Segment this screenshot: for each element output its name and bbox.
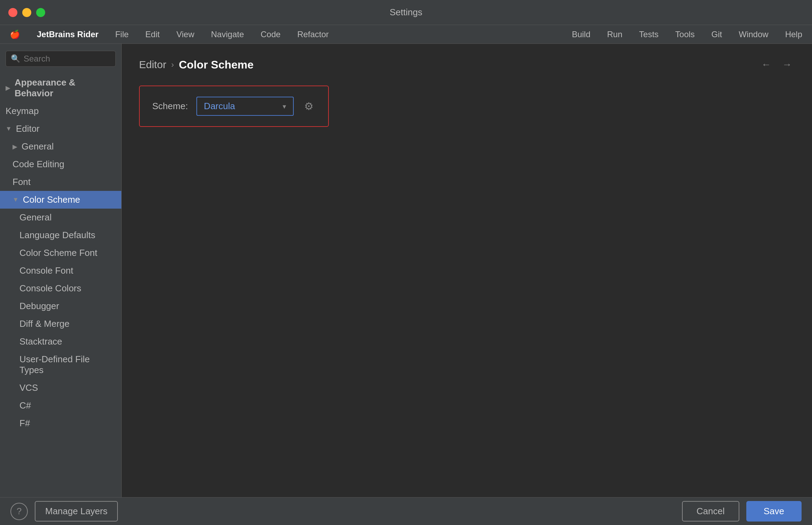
sidebar-item-font[interactable]: Font [0,173,121,191]
search-input[interactable] [24,54,111,64]
maximize-button[interactable] [36,8,45,17]
breadcrumb-separator: › [171,60,174,70]
window-title: Settings [390,7,422,18]
manage-layers-button[interactable]: Manage Layers [35,501,118,522]
sidebar: 🔍 ▶ Appearance & Behavior Keymap ▼ Edito… [0,44,122,497]
back-button[interactable]: ← [758,58,774,72]
refactor-menu[interactable]: Refactor [294,28,332,41]
save-button[interactable]: Save [746,501,802,522]
sidebar-item-console-colors[interactable]: Console Colors [0,280,121,297]
edit-menu[interactable]: Edit [143,28,162,41]
app-name-menu[interactable]: 🍎 [7,28,23,41]
file-menu[interactable]: File [112,28,131,41]
sidebar-item-label: C# [19,400,31,411]
sidebar-item-label: F# [19,418,30,429]
sidebar-item-label: Console Font [19,265,73,276]
collapse-arrow-icon: ▼ [6,125,12,132]
sidebar-item-csharp[interactable]: C# [0,397,121,414]
scheme-label: Scheme: [152,101,188,112]
scheme-dropdown[interactable]: Darcula ▾ [196,97,294,116]
scheme-settings-button[interactable]: ⚙ [302,98,316,114]
breadcrumb-navigation: ← → [758,58,795,72]
sidebar-item-label: Console Colors [19,283,81,294]
help-menu[interactable]: Help [782,28,805,41]
breadcrumb-current: Color Scheme [179,58,253,71]
sidebar-item-diff-merge[interactable]: Diff & Merge [0,315,121,333]
chevron-down-icon: ▾ [283,102,286,111]
sidebar-item-label: User-Defined File Types [19,354,116,375]
menubar: 🍎 JetBrains Rider File Edit View Navigat… [0,25,812,44]
sidebar-item-label: VCS [19,382,38,393]
view-menu[interactable]: View [173,28,197,41]
breadcrumb-parent[interactable]: Editor [139,59,166,71]
sidebar-item-color-scheme-font[interactable]: Color Scheme Font [0,244,121,262]
sidebar-item-language-defaults[interactable]: Language Defaults [0,226,121,244]
run-menu[interactable]: Run [604,28,625,41]
close-button[interactable] [8,8,17,17]
sidebar-item-label: Language Defaults [19,230,95,241]
sidebar-item-console-font[interactable]: Console Font [0,262,121,280]
tests-menu[interactable]: Tests [636,28,661,41]
sidebar-item-editor[interactable]: ▼ Editor [0,120,121,138]
window-menu[interactable]: Window [736,28,771,41]
minimize-button[interactable] [22,8,31,17]
sidebar-item-label: Keymap [6,106,39,116]
sidebar-item-label: Code Editing [13,159,64,170]
sidebar-item-label: Color Scheme Font [19,248,97,258]
sidebar-item-label: Font [13,177,31,187]
collapse-arrow-icon: ▼ [13,196,19,203]
main-container: 🔍 ▶ Appearance & Behavior Keymap ▼ Edito… [0,44,812,497]
sidebar-item-label: Stacktrace [19,336,62,347]
sidebar-item-keymap[interactable]: Keymap [0,102,121,120]
breadcrumb: Editor › Color Scheme ← → [139,58,795,72]
tools-menu[interactable]: Tools [673,28,698,41]
help-button[interactable]: ? [10,503,28,520]
titlebar: Settings [0,0,812,25]
sidebar-item-user-defined-file-types[interactable]: User-Defined File Types [0,350,121,379]
search-icon: 🔍 [11,54,20,63]
navigate-menu[interactable]: Navigate [208,28,247,41]
expand-arrow-icon: ▶ [13,143,17,151]
expand-arrow-icon: ▶ [6,84,10,92]
scheme-value: Darcula [204,101,277,112]
sidebar-item-label: General [22,141,54,152]
sidebar-item-label: Editor [16,123,40,134]
sidebar-item-label: Appearance & Behavior [15,77,116,99]
traffic-lights [8,8,45,17]
code-menu[interactable]: Code [258,28,283,41]
forward-button[interactable]: → [779,58,795,72]
sidebar-item-color-scheme[interactable]: ▼ Color Scheme [0,191,121,209]
content-area: Editor › Color Scheme ← → Scheme: Darcul… [122,44,812,497]
sidebar-item-label: Debugger [19,301,59,312]
sidebar-item-appearance-behavior[interactable]: ▶ Appearance & Behavior [0,74,121,102]
search-bar: 🔍 [6,51,116,67]
sidebar-item-stacktrace[interactable]: Stacktrace [0,333,121,350]
footer: ? Manage Layers Cancel Save [0,497,812,525]
sidebar-item-fsharp[interactable]: F# [0,414,121,432]
sidebar-item-cs-general[interactable]: General [0,209,121,226]
cancel-button[interactable]: Cancel [682,501,739,522]
jetbrains-rider-menu[interactable]: JetBrains Rider [34,28,101,41]
sidebar-item-code-editing[interactable]: Code Editing [0,155,121,173]
sidebar-item-label: Diff & Merge [19,318,70,329]
sidebar-item-general[interactable]: ▶ General [0,138,121,155]
sidebar-item-label: Color Scheme [23,194,80,205]
sidebar-item-debugger[interactable]: Debugger [0,297,121,315]
sidebar-item-label: General [19,212,52,223]
sidebar-item-vcs[interactable]: VCS [0,379,121,397]
scheme-selector-box: Scheme: Darcula ▾ ⚙ [139,86,329,127]
build-menu[interactable]: Build [569,28,593,41]
git-menu[interactable]: Git [709,28,725,41]
